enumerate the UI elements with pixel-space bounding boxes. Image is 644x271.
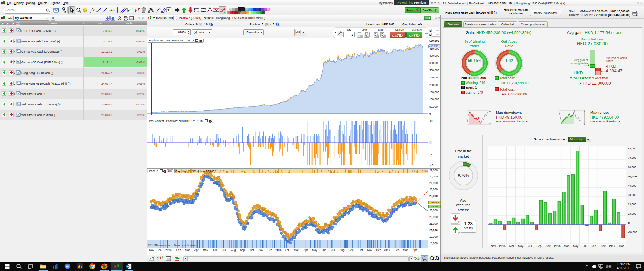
svg-text:T: T — [168, 8, 170, 12]
svg-text:": " — [87, 8, 88, 10]
svg-text:G: G — [66, 265, 69, 268]
svg-text:": " — [82, 8, 82, 10]
svg-text:W: W — [126, 265, 129, 268]
